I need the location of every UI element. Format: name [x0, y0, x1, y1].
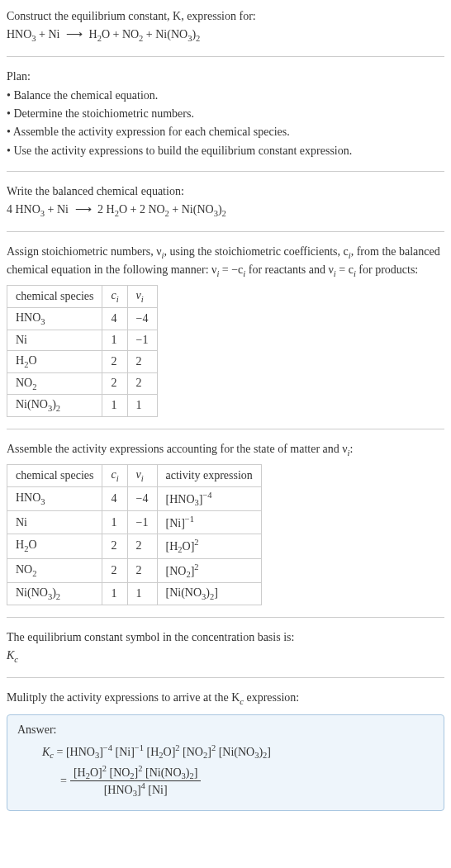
subscript: i [116, 295, 119, 304]
table-row: H2O 2 2 [H2O]2 [7, 534, 262, 558]
fraction-numerator: [H2O]2 [NO2]2 [Ni(NO3)2] [70, 764, 202, 781]
activity: O] [183, 540, 195, 553]
equals: = [54, 746, 66, 758]
subscript: 2 [56, 404, 60, 413]
cell-activity: [Ni(NO3)2] [157, 582, 261, 605]
multiply-text: Mulitply the activity expressions to arr… [7, 690, 444, 708]
stoich-table: chemical species ci νi HNO3 4 −4 Ni 1 −1… [7, 285, 158, 417]
species-no2: O + NO [102, 28, 139, 40]
table-row: Ni(NO3)2 1 1 [7, 395, 158, 417]
col-activity: activity expression [157, 465, 261, 487]
cell-species: Ni [7, 511, 102, 534]
activity: [NO [166, 564, 187, 576]
cell-species: Ni(NO3)2 [7, 395, 102, 417]
col-species: chemical species [7, 465, 102, 487]
assign-text: for reactants and ν [245, 263, 334, 276]
divider [7, 677, 444, 678]
answer-label: Answer: [17, 723, 434, 737]
table-row: HNO3 4 −4 [7, 307, 158, 330]
assemble-heading: Assemble the activity expressions accoun… [7, 441, 444, 459]
cell-ci: 1 [102, 330, 127, 350]
term: ] [194, 766, 198, 778]
term: [NO [180, 746, 203, 758]
table-row: NO2 2 2 [7, 372, 158, 395]
term: [H [74, 766, 86, 778]
activity-table: chemical species ci νi activity expressi… [7, 464, 262, 605]
species: Ni(NO [16, 586, 48, 599]
multiply-text: expression: [244, 691, 299, 704]
species: HNO [16, 491, 40, 504]
superscript: −1 [135, 743, 144, 752]
plus-ni: + Ni [36, 28, 63, 40]
divider [7, 617, 444, 618]
cell-vi: −4 [127, 307, 157, 330]
subscript: c [14, 655, 18, 664]
reaction-arrow-icon: ⟶ [66, 26, 83, 43]
plan-heading: Plan: [7, 69, 444, 85]
equals: = [60, 775, 67, 788]
table-row: Ni 1 −1 [Ni]−1 [7, 511, 262, 534]
answer-box: Answer: Kc = [HNO3]−4 [Ni]−1 [H2O]2 [NO2… [7, 714, 444, 811]
cell-ci: 1 [102, 511, 127, 534]
subscript: 2 [56, 592, 60, 601]
subscript: i [116, 474, 119, 483]
species-h2o: H [86, 28, 97, 40]
subscript: 2 [196, 34, 200, 43]
plan-bullet-2: • Determine the stoichiometric numbers. [7, 106, 444, 122]
divider [7, 429, 444, 429]
superscript: 2 [194, 538, 198, 547]
superscript: −4 [202, 491, 211, 500]
cell-ci: 1 [102, 395, 127, 417]
col-species: chemical species [7, 286, 102, 308]
assign-paragraph: Assign stoichiometric numbers, νi, using… [7, 244, 444, 280]
table-row: H2O 2 2 [7, 350, 158, 372]
answer-expression-line1: Kc = [HNO3]−4 [Ni]−1 [H2O]2 [NO2]2 [Ni(N… [42, 742, 434, 762]
term: [H [144, 746, 159, 758]
reaction-arrow-icon: ⟶ [75, 202, 92, 218]
superscript: −1 [185, 515, 194, 524]
cell-species: H2O [7, 534, 102, 558]
cell-activity: [HNO3]−4 [157, 486, 261, 510]
divider [7, 56, 444, 57]
term: [HNO [66, 746, 95, 758]
cell-ci: 1 [102, 582, 127, 605]
document-page: Construct the equilibrium constant, K, e… [0, 0, 451, 824]
divider [7, 171, 444, 172]
symbol-kc: Kc [7, 647, 444, 666]
col-vi: νi [127, 286, 157, 308]
species: O [28, 538, 36, 551]
term: [NO [107, 766, 130, 778]
plus-ni: + Ni [45, 203, 71, 216]
species: Ni [16, 334, 27, 346]
assemble-text: Assemble the activity expressions accoun… [7, 443, 348, 455]
plan-bullet-3: • Assemble the activity expression for e… [7, 124, 444, 140]
activity: ] [214, 586, 218, 599]
cell-vi: 2 [127, 534, 157, 558]
species: Ni(NO [16, 398, 48, 410]
cell-vi: 1 [127, 582, 157, 605]
plan-bullet-4: • Use the activity expressions to build … [7, 143, 444, 159]
species: Ni [16, 516, 27, 529]
assign-text: for products: [356, 263, 418, 276]
coeff-h2o: 2 H [95, 203, 115, 216]
coeff-hno3: 4 HNO [7, 203, 40, 216]
species: H [16, 354, 24, 367]
balanced-equation: 4 HNO3 + Ni ⟶ 2 H2O + 2 NO2 + Ni(NO3)2 [7, 202, 444, 220]
table-row: NO2 2 2 [NO2]2 [7, 558, 262, 582]
activity: [Ni [166, 517, 182, 529]
subscript: 3 [40, 497, 45, 506]
subscript: i [141, 474, 144, 483]
species-hno3: HNO [7, 28, 31, 40]
species: O [28, 354, 36, 367]
cell-vi: −1 [127, 330, 157, 350]
answer-expression-line2: = [H2O]2 [NO2]2 [Ni(NO3)2] [HNO3]4 [Ni] [60, 764, 434, 799]
cell-species: Ni(NO3)2 [7, 582, 102, 605]
cell-vi: 2 [127, 350, 157, 372]
term: [Ni] [112, 746, 135, 758]
cell-activity: [NO2]2 [157, 558, 261, 582]
kc-var: K [42, 746, 50, 758]
activity: [Ni(NO [166, 586, 202, 599]
cell-species: Ni [7, 330, 102, 350]
cell-species: HNO3 [7, 307, 102, 330]
multiply-text: Mulitply the activity expressions to arr… [7, 691, 240, 704]
